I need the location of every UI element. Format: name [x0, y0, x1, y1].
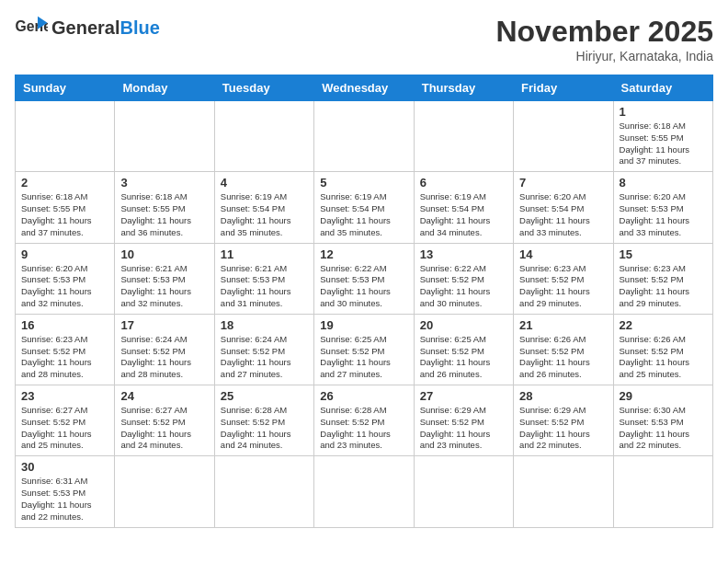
day-info: Sunrise: 6:25 AMSunset: 5:52 PMDaylight:…: [420, 334, 507, 381]
day-info: Sunrise: 6:18 AMSunset: 5:55 PMDaylight:…: [120, 191, 208, 238]
calendar-week-4: 16Sunrise: 6:23 AMSunset: 5:52 PMDayligh…: [16, 314, 713, 385]
day-number: 9: [21, 247, 108, 261]
calendar-cell: 14Sunrise: 6:23 AMSunset: 5:52 PMDayligh…: [514, 243, 613, 314]
calendar-week-5: 23Sunrise: 6:27 AMSunset: 5:52 PMDayligh…: [16, 385, 713, 456]
day-number: 7: [519, 176, 607, 190]
day-number: 13: [420, 247, 507, 261]
calendar-cell: 16Sunrise: 6:23 AMSunset: 5:52 PMDayligh…: [16, 314, 115, 385]
day-number: 21: [519, 318, 607, 332]
calendar-cell: [514, 101, 613, 172]
day-info: Sunrise: 6:30 AMSunset: 5:53 PMDaylight:…: [620, 405, 707, 452]
calendar-cell: 22Sunrise: 6:26 AMSunset: 5:52 PMDayligh…: [613, 314, 712, 385]
day-number: 28: [519, 389, 607, 403]
weekday-header-thursday: Thursday: [414, 75, 513, 101]
calendar-cell: 12Sunrise: 6:22 AMSunset: 5:53 PMDayligh…: [314, 243, 414, 314]
calendar-cell: [414, 456, 513, 527]
calendar-cell: 11Sunrise: 6:21 AMSunset: 5:53 PMDayligh…: [214, 243, 313, 314]
day-info: Sunrise: 6:22 AMSunset: 5:53 PMDaylight:…: [320, 263, 407, 310]
day-number: 6: [420, 176, 507, 190]
day-number: 22: [620, 318, 707, 332]
calendar-cell: 9Sunrise: 6:20 AMSunset: 5:53 PMDaylight…: [16, 243, 115, 314]
calendar-cell: 30Sunrise: 6:31 AMSunset: 5:53 PMDayligh…: [16, 456, 115, 527]
day-number: 14: [519, 247, 607, 261]
calendar-week-1: 1Sunrise: 6:18 AMSunset: 5:55 PMDaylight…: [16, 101, 713, 172]
calendar-cell: [613, 456, 712, 527]
day-number: 27: [420, 389, 507, 403]
weekday-header-tuesday: Tuesday: [214, 75, 313, 101]
weekday-header-wednesday: Wednesday: [314, 75, 414, 101]
title-block: November 2025 Hiriyur, Karnataka, India: [495, 15, 713, 63]
calendar-cell: 23Sunrise: 6:27 AMSunset: 5:52 PMDayligh…: [16, 385, 115, 456]
day-number: 8: [620, 176, 707, 190]
day-info: Sunrise: 6:29 AMSunset: 5:52 PMDaylight:…: [420, 405, 507, 452]
day-info: Sunrise: 6:23 AMSunset: 5:52 PMDaylight:…: [21, 334, 108, 381]
day-info: Sunrise: 6:19 AMSunset: 5:54 PMDaylight:…: [320, 191, 407, 238]
day-info: Sunrise: 6:20 AMSunset: 5:53 PMDaylight:…: [21, 263, 108, 310]
calendar-cell: 29Sunrise: 6:30 AMSunset: 5:53 PMDayligh…: [613, 385, 712, 456]
day-number: 25: [221, 389, 308, 403]
day-info: Sunrise: 6:26 AMSunset: 5:52 PMDaylight:…: [620, 334, 707, 381]
calendar-cell: [115, 456, 214, 527]
logo-icon: General: [15, 15, 48, 40]
day-number: 20: [420, 318, 507, 332]
calendar-cell: 25Sunrise: 6:28 AMSunset: 5:52 PMDayligh…: [214, 385, 313, 456]
weekday-header-friday: Friday: [514, 75, 613, 101]
calendar-cell: 5Sunrise: 6:19 AMSunset: 5:54 PMDaylight…: [314, 172, 414, 243]
day-info: Sunrise: 6:28 AMSunset: 5:52 PMDaylight:…: [221, 405, 308, 452]
calendar-cell: 18Sunrise: 6:24 AMSunset: 5:52 PMDayligh…: [214, 314, 313, 385]
calendar-cell: [16, 101, 115, 172]
calendar-cell: 10Sunrise: 6:21 AMSunset: 5:53 PMDayligh…: [115, 243, 214, 314]
calendar-cell: 21Sunrise: 6:26 AMSunset: 5:52 PMDayligh…: [514, 314, 613, 385]
day-info: Sunrise: 6:22 AMSunset: 5:52 PMDaylight:…: [420, 263, 507, 310]
day-info: Sunrise: 6:25 AMSunset: 5:52 PMDaylight:…: [320, 334, 407, 381]
calendar-cell: [314, 456, 414, 527]
day-number: 24: [120, 389, 208, 403]
day-number: 29: [620, 389, 707, 403]
calendar-cell: 20Sunrise: 6:25 AMSunset: 5:52 PMDayligh…: [414, 314, 513, 385]
calendar-cell: [314, 101, 414, 172]
calendar-cell: [514, 456, 613, 527]
day-number: 17: [120, 318, 208, 332]
day-number: 5: [320, 176, 407, 190]
weekday-header-saturday: Saturday: [613, 75, 712, 101]
calendar-week-2: 2Sunrise: 6:18 AMSunset: 5:55 PMDaylight…: [16, 172, 713, 243]
weekday-header-row: SundayMondayTuesdayWednesdayThursdayFrid…: [16, 75, 713, 101]
location-text: Hiriyur, Karnataka, India: [495, 49, 713, 63]
calendar-cell: 27Sunrise: 6:29 AMSunset: 5:52 PMDayligh…: [414, 385, 513, 456]
day-number: 18: [221, 318, 308, 332]
day-info: Sunrise: 6:31 AMSunset: 5:53 PMDaylight:…: [21, 476, 108, 523]
page-header: General GeneralBlue November 2025 Hiriyu…: [15, 15, 713, 63]
weekday-header-monday: Monday: [115, 75, 214, 101]
logo: General GeneralBlue: [15, 15, 160, 40]
day-number: 2: [21, 176, 108, 190]
day-number: 1: [620, 105, 707, 119]
month-title: November 2025: [495, 15, 713, 49]
day-number: 19: [320, 318, 407, 332]
calendar-cell: 4Sunrise: 6:19 AMSunset: 5:54 PMDaylight…: [214, 172, 313, 243]
logo-general-text: General: [51, 17, 119, 38]
day-info: Sunrise: 6:29 AMSunset: 5:52 PMDaylight:…: [519, 405, 607, 452]
day-info: Sunrise: 6:23 AMSunset: 5:52 PMDaylight:…: [519, 263, 607, 310]
day-info: Sunrise: 6:28 AMSunset: 5:52 PMDaylight:…: [320, 405, 407, 452]
day-info: Sunrise: 6:21 AMSunset: 5:53 PMDaylight:…: [120, 263, 208, 310]
calendar-table: SundayMondayTuesdayWednesdayThursdayFrid…: [15, 75, 713, 528]
day-info: Sunrise: 6:21 AMSunset: 5:53 PMDaylight:…: [221, 263, 308, 310]
day-number: 3: [120, 176, 208, 190]
day-info: Sunrise: 6:27 AMSunset: 5:52 PMDaylight:…: [21, 405, 108, 452]
day-info: Sunrise: 6:18 AMSunset: 5:55 PMDaylight:…: [21, 191, 108, 238]
day-number: 23: [21, 389, 108, 403]
day-number: 11: [221, 247, 308, 261]
calendar-cell: 2Sunrise: 6:18 AMSunset: 5:55 PMDaylight…: [16, 172, 115, 243]
calendar-cell: [115, 101, 214, 172]
day-number: 15: [620, 247, 707, 261]
day-info: Sunrise: 6:20 AMSunset: 5:54 PMDaylight:…: [519, 191, 607, 238]
calendar-cell: 26Sunrise: 6:28 AMSunset: 5:52 PMDayligh…: [314, 385, 414, 456]
calendar-week-3: 9Sunrise: 6:20 AMSunset: 5:53 PMDaylight…: [16, 243, 713, 314]
logo-blue-text: Blue: [119, 17, 159, 38]
calendar-cell: [214, 101, 313, 172]
calendar-cell: 24Sunrise: 6:27 AMSunset: 5:52 PMDayligh…: [115, 385, 214, 456]
day-info: Sunrise: 6:24 AMSunset: 5:52 PMDaylight:…: [221, 334, 308, 381]
calendar-cell: 13Sunrise: 6:22 AMSunset: 5:52 PMDayligh…: [414, 243, 513, 314]
day-info: Sunrise: 6:18 AMSunset: 5:55 PMDaylight:…: [620, 121, 707, 167]
day-number: 30: [21, 460, 108, 474]
